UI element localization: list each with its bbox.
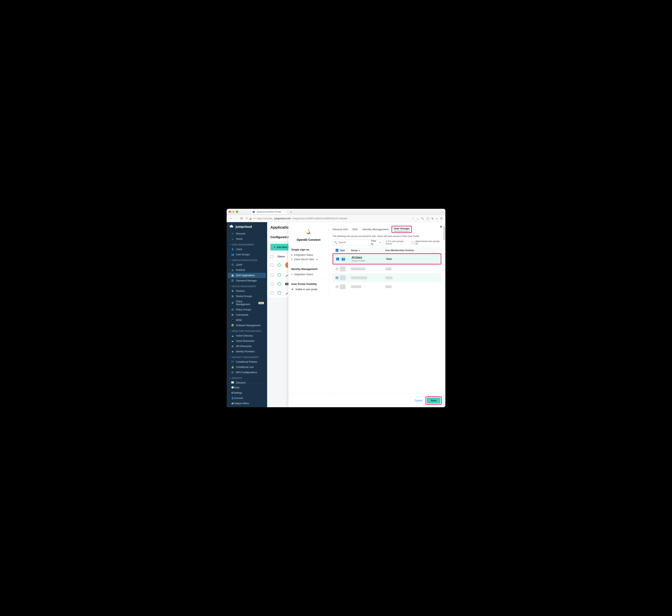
status-dot-icon — [291, 254, 292, 256]
scrollbar-thumb[interactable] — [444, 226, 445, 240]
group-row-redacted[interactable] — [333, 273, 441, 282]
group-membership-value: Static — [386, 258, 439, 260]
show-bound-checkbox[interactable] — [412, 241, 414, 244]
section-device-management[interactable]: DEVICE MANAGEMENT — [227, 283, 267, 288]
idp-icon: ◈ — [231, 350, 234, 353]
col-type[interactable]: Type — [340, 249, 351, 252]
sidebar-item-radius[interactable]: ◎RADIUS — [227, 268, 267, 273]
nav-forward-icon[interactable]: → — [235, 217, 238, 220]
sidebar-item-home[interactable]: ⌂Home — [227, 236, 267, 242]
show-bound-toggle[interactable]: show bound user groups (2) — [412, 240, 441, 245]
section-user-management[interactable]: USER MANAGEMENT — [227, 242, 267, 247]
search-input[interactable] — [338, 241, 369, 244]
nav-reload-icon[interactable]: ⟳ — [240, 217, 243, 220]
row-checkbox[interactable] — [270, 274, 273, 277]
devtools-icon[interactable]: 🔧 — [421, 217, 424, 220]
home-icon: ⌂ — [231, 238, 234, 240]
select-all-groups-checkbox[interactable]: − — [336, 249, 338, 252]
close-drawer-button[interactable]: ✕ — [439, 225, 443, 229]
address-bar[interactable]: 🛡 🔒 ⊶ https://console.jumpcloud.com/#/ap… — [245, 217, 414, 220]
extensions-icon[interactable]: ⧉ — [432, 217, 433, 220]
sidebar-item-collapse-menu[interactable]: ◀Collapse Menu — [227, 401, 267, 406]
cancel-button[interactable]: Cancel — [415, 399, 422, 402]
sidebar-item-chat[interactable]: 💬Chat — [227, 385, 267, 390]
nav-back-icon[interactable]: ← — [229, 217, 233, 220]
sidebar-item-software-management[interactable]: 📦Software Management — [227, 323, 267, 328]
filter-dropdown[interactable]: Filter by▼ — [369, 240, 383, 245]
sidebar-item-mdm[interactable]: 📱MDM — [227, 318, 267, 323]
select-all-checkbox[interactable] — [270, 255, 273, 258]
sidebar-item-settings[interactable]: ⚙Settings — [227, 390, 267, 395]
brand-logo[interactable]: jumpcloud — [227, 222, 267, 231]
col-group[interactable]: Group▲ — [351, 249, 385, 252]
sidebar-item-directory[interactable]: 📊Directory — [227, 380, 267, 384]
browser-tab-title: JumpCloud Admin Portal — [256, 211, 281, 213]
hamburger-menu-icon[interactable]: ☰ — [440, 217, 443, 220]
section-user-authentication[interactable]: USER AUTHENTICATION — [227, 257, 267, 262]
sidebar-item-sso-applications[interactable]: ▦SSO Applications — [228, 273, 266, 278]
sidebar-item-users[interactable]: 👤Users — [227, 247, 267, 252]
browser-tab[interactable]: JumpCloud Admin Portal × — [250, 210, 287, 214]
section-insights[interactable]: INSIGHTS — [227, 375, 267, 380]
row-checkbox[interactable] — [270, 264, 273, 267]
sidebar-item-devices[interactable]: 🖥Devices — [227, 288, 267, 294]
col-status[interactable]: Status — [277, 255, 286, 258]
bookmark-star-icon[interactable]: ☆ — [412, 217, 414, 220]
sidebar-item-discover[interactable]: ✧Discover — [227, 231, 267, 236]
minimize-window-button[interactable] — [232, 211, 235, 213]
titlebar-menu-icon[interactable]: ⌄ — [441, 210, 443, 213]
tab-identity-management[interactable]: Identity Management — [362, 227, 388, 232]
pocket-icon[interactable]: ◡ — [417, 217, 419, 220]
sidebar-item-password-manager[interactable]: ⚿Password Manager — [227, 278, 267, 283]
sidebar-item-user-groups[interactable]: 👥User Groups — [227, 252, 267, 257]
sidebar-item-mfa-configurations[interactable]: ⊡MFA Configurations — [227, 370, 267, 375]
sidebar-item-conditional-policies[interactable]: 🛡Conditional Policies — [227, 359, 267, 364]
close-window-button[interactable] — [229, 211, 231, 213]
sidebar-item-ldap[interactable]: ☷LDAP — [227, 262, 267, 268]
tab-sso[interactable]: SSO — [352, 227, 358, 232]
row-checkbox[interactable] — [270, 282, 273, 286]
sidebar-item-device-groups[interactable]: ⊞Device Groups — [227, 294, 267, 299]
sidebar-item-commands[interactable]: ⌘Commands — [227, 312, 267, 318]
eye-icon: 👁 — [291, 288, 294, 291]
group-row-redacted[interactable] — [333, 264, 441, 273]
bound-count-text: 2 of 4 user groups bound — [386, 240, 409, 245]
group-subtitle: Group of Users — [352, 260, 365, 262]
account-icon[interactable]: ◯ — [427, 217, 429, 220]
sidebar-item-conditional-lists[interactable]: 🔒Conditional Lists — [227, 364, 267, 370]
chart-icon: 📊 — [231, 381, 234, 384]
group-row-all-users[interactable]: ✓ 👥 All Users Group of Users Static — [333, 253, 441, 264]
group-checkbox[interactable]: ✓ — [336, 258, 339, 260]
col-membership[interactable]: User Membership Controls — [385, 249, 440, 252]
sort-asc-icon: ▲ — [358, 249, 360, 251]
section-security-management[interactable]: SECURITY MANAGEMENT — [227, 354, 267, 359]
status-ok-icon — [277, 282, 281, 286]
sidebar-item-cloud-directories[interactable]: ☁Cloud Directories — [227, 338, 267, 344]
group-name-link[interactable]: All Users — [352, 256, 362, 259]
sidebar-item-active-directory[interactable]: ☁Active Directory — [227, 333, 267, 338]
downloads-icon[interactable]: ⤓ — [436, 217, 438, 220]
hr-icon: ⊕ — [231, 345, 234, 348]
url-domain: jumpcloud.com — [274, 217, 291, 220]
sidebar-item-account[interactable]: 👤Account — [227, 395, 267, 401]
app-content: jumpcloud ✧Discover ⌂Home USER MANAGEMEN… — [227, 222, 445, 407]
close-tab-icon[interactable]: × — [284, 211, 286, 213]
tab-user-groups[interactable]: User Groups — [394, 226, 410, 231]
section-directory-integrations[interactable]: DIRECTORY INTEGRATIONS — [227, 328, 267, 333]
sidebar-item-hr-directories[interactable]: ⊕HR Directories — [227, 344, 267, 349]
save-button-highlight: Save — [426, 396, 442, 405]
drawer-tabs: General Info SSO Identity Management Use… — [333, 227, 441, 232]
sidebar-item-policy-management[interactable]: ⚙Policy ManagementNEW — [227, 299, 267, 307]
chevron-down-icon: ▼ — [316, 258, 318, 260]
tab-general-info[interactable]: General Info — [333, 227, 348, 232]
group-row-redacted[interactable] — [333, 282, 441, 291]
client-secret-row[interactable]: Client Secret Valid▼ — [291, 257, 326, 262]
maximize-window-button[interactable] — [236, 211, 238, 213]
save-button[interactable]: Save — [427, 398, 441, 404]
sidebar-item-identity-providers[interactable]: ◈Identity Providers — [227, 349, 267, 354]
row-checkbox[interactable] — [270, 291, 273, 294]
sidebar-item-policy-groups[interactable]: ⊟Policy Groups — [227, 307, 267, 312]
macos-titlebar: JumpCloud Admin Portal × + ⌄ — [227, 209, 445, 215]
user-group-icon: 👥 — [340, 256, 346, 262]
new-tab-button[interactable]: + — [289, 210, 293, 214]
